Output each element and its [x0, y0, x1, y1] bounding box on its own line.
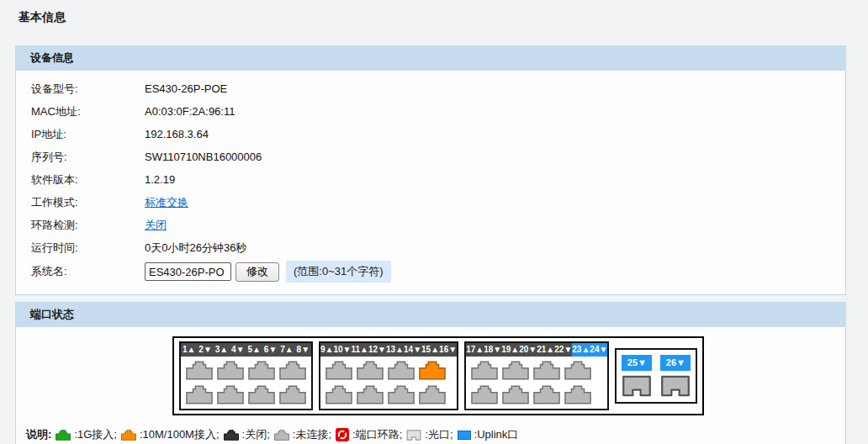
- port-status-body: 1▲2▼3▲4▼5▲6▼7▲8▼9▲10▼11▲12▼13▲14▼15▲16▼1…: [15, 327, 846, 444]
- rj45-port-icon: [419, 385, 446, 404]
- port-number-label: 12▼: [368, 343, 386, 357]
- loop-detect-label: 环路检测:: [16, 218, 145, 233]
- port-number-strip: 17▲18▼19▲20▼21▲22▼: [466, 343, 572, 357]
- system-name-input[interactable]: [145, 262, 231, 281]
- port-number-label: 13▲: [386, 343, 404, 357]
- legend-item: :10M/100M接入;: [121, 427, 220, 442]
- uplink-port-number-strip: 23▲24▼: [572, 343, 607, 357]
- uplink-port-number-label: 23▲: [572, 343, 590, 357]
- loop-alert-icon: [336, 428, 349, 441]
- modify-button[interactable]: 修改: [236, 262, 279, 282]
- port-number-label: 19▲: [501, 343, 519, 357]
- port-number-label: 6▼: [264, 343, 277, 357]
- row-software-version: 软件版本: 1.2.19: [16, 168, 845, 191]
- rj45-port-icon: [248, 361, 275, 380]
- port-number-label: 11▲: [352, 343, 368, 357]
- uptime-label: 运行时间:: [16, 240, 145, 256]
- sfp-port-number-label: 25▼: [622, 355, 652, 371]
- port-status-section: 端口状态 1▲2▼3▲4▼5▲6▼7▲8▼9▲10▼11▲12▼13▲14▼15…: [15, 302, 846, 444]
- rj45-port-icon: [217, 361, 244, 380]
- rj45-port-icon: [224, 430, 239, 441]
- port-number-strip: 1▲2▼3▲4▼5▲6▼7▲8▼: [181, 343, 311, 357]
- serial-number-label: 序列号:: [16, 150, 145, 165]
- sfp-port-icon: [406, 430, 421, 441]
- port-group-1: 1▲2▼3▲4▼5▲6▼7▲8▼: [179, 341, 313, 410]
- rj45-port-icon: [248, 385, 275, 404]
- work-mode-label: 工作模式:: [16, 195, 145, 210]
- rj45-port-icon: [471, 385, 498, 404]
- mac-address-value: A0:03:0F:2A:96:11: [145, 105, 235, 118]
- system-name-label: 系统名:: [16, 264, 145, 279]
- sfp-port-number-label: 26▼: [660, 355, 691, 371]
- rj45-port-icon: [56, 430, 71, 441]
- port-number-label: 22▼: [554, 343, 572, 357]
- rj45-port-icon: [279, 361, 306, 380]
- device-info-body: 设备型号: ES430-26P-POE MAC地址: A0:03:0F:2A:9…: [15, 71, 846, 295]
- device-model-value: ES430-26P-POE: [145, 82, 227, 95]
- rj45-port-icon: [274, 430, 289, 441]
- serial-number-value: SW110710NB16000006: [145, 151, 262, 163]
- port-number-label: 20▼: [519, 343, 537, 357]
- port-number-label: 14▼: [404, 343, 421, 357]
- rj45-port-icon: [533, 385, 560, 404]
- rj45-port-icon: [121, 430, 136, 441]
- port-number-label: 17▲: [466, 343, 484, 357]
- row-device-model: 设备型号: ES430-26P-POE: [16, 77, 845, 100]
- rj45-port-icon: [471, 361, 498, 380]
- legend-item: :光口;: [406, 427, 453, 442]
- rj45-port-icon: [186, 361, 213, 380]
- legend-label: :端口环路;: [352, 427, 402, 442]
- rj45-port-icon: [186, 385, 213, 404]
- rj45-port-icon: [564, 385, 591, 404]
- port-number-label: 9▲: [320, 343, 333, 357]
- mac-address-label: MAC地址:: [16, 104, 145, 119]
- port-number-label: 5▲: [247, 343, 260, 357]
- rj45-port-icon: [564, 361, 591, 380]
- rj45-port-icon: [533, 361, 560, 380]
- switch-port-panel: 1▲2▼3▲4▼5▲6▼7▲8▼9▲10▼11▲12▼13▲14▼15▲16▼1…: [172, 336, 704, 415]
- port-group-header: 1▲2▼3▲4▼5▲6▼7▲8▼: [181, 343, 311, 357]
- ip-address-value: 192.168.3.64: [145, 128, 209, 140]
- row-uptime: 运行时间: 0天0小时26分钟36秒: [16, 236, 845, 259]
- sfp-port-icon: [622, 375, 652, 397]
- legend-label: :未连接;: [293, 427, 331, 442]
- port-group-3: 17▲18▼19▲20▼21▲22▼23▲24▼: [464, 341, 609, 410]
- legend-item: :Uplink口: [458, 427, 519, 442]
- legend-label: :1G接入;: [74, 427, 117, 442]
- port-number-label: 7▲: [280, 343, 293, 357]
- loop-detect-link[interactable]: 关闭: [145, 218, 167, 233]
- port-number-label: 1▲: [183, 343, 195, 357]
- rj45-port-icon: [388, 385, 415, 404]
- rj45-port-icon: [502, 385, 529, 404]
- port-group-2: 9▲10▼11▲12▼13▲14▼15▲16▼: [319, 341, 458, 410]
- port-number-label: 16▼: [439, 343, 457, 357]
- rj45-port-grid: [466, 357, 607, 409]
- legend-item: :端口环路;: [336, 427, 402, 442]
- rj45-port-icon: [502, 361, 529, 380]
- device-info-section-header: 设备信息: [15, 45, 846, 71]
- row-loop-detect: 环路检测: 关闭: [16, 214, 845, 236]
- rj45-port-icon: [279, 385, 306, 404]
- rj45-port-grid: [320, 357, 457, 409]
- legend-item: :1G接入;: [56, 427, 117, 442]
- legend-label: :Uplink口: [474, 427, 519, 442]
- device-info-section: 设备信息 设备型号: ES430-26P-POE MAC地址: A0:03:0F…: [15, 45, 846, 295]
- page-title: 基本信息: [0, 0, 868, 45]
- port-number-label: 4▼: [231, 343, 244, 357]
- legend-item: :未连接;: [274, 427, 331, 442]
- rj45-port-icon: [357, 361, 384, 380]
- row-mac-address: MAC地址: A0:03:0F:2A:96:11: [16, 100, 845, 123]
- software-version-label: 软件版本:: [16, 172, 145, 188]
- uptime-value: 0天0小时26分钟36秒: [145, 240, 246, 256]
- port-number-label: 18▼: [484, 343, 501, 357]
- sfp-port-icon: [660, 375, 691, 397]
- system-name-hint: (范围:0~31个字符): [286, 261, 391, 283]
- rj45-port-icon: [326, 361, 352, 380]
- legend-prefix: 说明:: [26, 427, 51, 442]
- port-number-label: 3▲: [215, 343, 228, 357]
- work-mode-link[interactable]: 标准交换: [145, 195, 188, 210]
- ip-address-label: IP地址:: [16, 127, 145, 142]
- port-group-header: 9▲10▼11▲12▼13▲14▼15▲16▼: [320, 343, 457, 357]
- legend-label: :光口;: [425, 427, 453, 442]
- legend-label: :关闭;: [242, 427, 270, 442]
